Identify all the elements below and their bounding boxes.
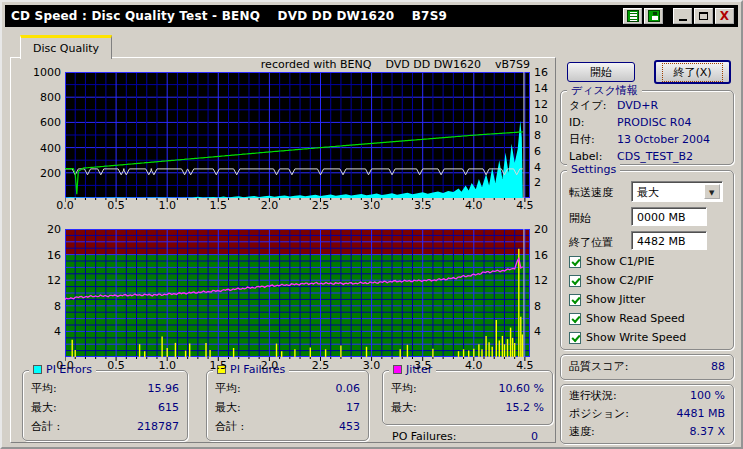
max-label: 最大: bbox=[31, 398, 57, 417]
axis-tick-label: 12 bbox=[534, 274, 558, 287]
axis-tick-label: 4.5 bbox=[511, 199, 539, 212]
checkbox-label: Show C1/PIE bbox=[586, 255, 654, 268]
titlebar: CD Speed : Disc Quality Test - BENQ DVD … bbox=[5, 5, 738, 27]
avg-label: 平均: bbox=[215, 379, 241, 398]
position-label: ポジション: bbox=[569, 405, 629, 423]
speed-value: 8.37 X bbox=[689, 423, 725, 441]
max-value: 17 bbox=[346, 398, 360, 417]
max-value: 15.2 % bbox=[506, 398, 544, 417]
axis-tick-label: 400 bbox=[19, 142, 61, 155]
disc-label-value: CDS_TEST_B2 bbox=[617, 148, 693, 165]
axis-tick-label: 8 bbox=[534, 129, 558, 142]
axis-tick-label: 1000 bbox=[19, 66, 61, 79]
max-label: 最大: bbox=[391, 398, 417, 417]
axis-tick-label: 200 bbox=[19, 167, 61, 180]
po-failures-row: PO Failures: 0 bbox=[384, 427, 546, 446]
total-label: 合計 : bbox=[31, 417, 60, 436]
maximize-button[interactable] bbox=[694, 8, 713, 24]
start-button[interactable]: 開始 bbox=[567, 62, 635, 82]
checkbox-show-jitter[interactable]: Show Jitter bbox=[569, 293, 645, 306]
axis-tick-label: 10 bbox=[534, 113, 558, 126]
avg-value: 15.96 bbox=[148, 379, 180, 398]
end-position-value: 4482 MB bbox=[637, 235, 686, 248]
close-icon: X bbox=[720, 10, 729, 22]
axis-tick-label: 600 bbox=[19, 116, 61, 129]
window-title: CD Speed : Disc Quality Test - BENQ DVD … bbox=[11, 9, 447, 23]
pi-errors-box: PI Errors 平均:15.96 最大:615 合計 :218787 bbox=[22, 370, 188, 441]
floppy-save-icon bbox=[648, 10, 660, 22]
axis-tick-label: 2 bbox=[534, 176, 558, 189]
axis-tick-label: 0.5 bbox=[102, 199, 130, 212]
axis-tick-label: 6 bbox=[534, 145, 558, 158]
chart-header: recorded with BENQ DVD DD DW1620 vB7S9 bbox=[202, 58, 530, 71]
checkbox-show-c2-pif[interactable]: Show C2/PIF bbox=[569, 274, 654, 287]
close-button[interactable]: X bbox=[715, 8, 734, 24]
checkbox-label: Show Write Speed bbox=[586, 331, 686, 344]
checked-checkbox-icon bbox=[569, 256, 581, 268]
report-button[interactable] bbox=[623, 8, 642, 24]
minimize-button[interactable] bbox=[673, 8, 692, 24]
po-failures-label: PO Failures: bbox=[392, 427, 456, 446]
po-failures-value: 0 bbox=[531, 427, 538, 446]
disc-type-value: DVD+R bbox=[617, 97, 658, 114]
max-value: 615 bbox=[158, 398, 179, 417]
speed-pi-error-chart bbox=[65, 72, 530, 203]
axis-tick-label: 2.5 bbox=[306, 199, 334, 212]
quality-score-box: 品質スコア:88 bbox=[560, 354, 734, 380]
axis-tick-label: 2.0 bbox=[255, 359, 283, 372]
disc-info-title: ディスク情報 bbox=[567, 83, 642, 98]
jitter-box: Jitter 平均:10.60 % 最大:15.2 % bbox=[382, 370, 553, 425]
axis-tick-label: 4.0 bbox=[460, 199, 488, 212]
maximize-icon bbox=[699, 12, 708, 20]
axis-tick-label: 0.0 bbox=[51, 199, 79, 212]
avg-label: 平均: bbox=[31, 379, 57, 398]
tab-disc-quality[interactable]: Disc Quality bbox=[20, 35, 112, 59]
position-value: 4481 MB bbox=[676, 405, 725, 423]
exit-button-label: 終了(X) bbox=[662, 63, 722, 82]
checkbox-show-write-speed[interactable]: Show Write Speed bbox=[569, 331, 686, 344]
axis-tick-label: 20 bbox=[534, 223, 558, 236]
end-position-field[interactable]: 4482 MB bbox=[631, 231, 707, 250]
avg-label: 平均: bbox=[391, 379, 417, 398]
max-label: 最大: bbox=[215, 398, 241, 417]
axis-tick-label: 0.0 bbox=[51, 359, 79, 372]
axis-tick-label: 2.5 bbox=[306, 359, 334, 372]
total-value: 453 bbox=[339, 417, 360, 436]
checked-checkbox-icon bbox=[569, 313, 581, 325]
settings-box: Settings 転送速度 最大 開始 0000 MB 終了位置 4482 MB… bbox=[560, 170, 734, 350]
checkbox-show-read-speed[interactable]: Show Read Speed bbox=[569, 312, 685, 325]
save-button[interactable] bbox=[644, 8, 663, 24]
exit-button[interactable]: 終了(X) bbox=[654, 60, 731, 84]
axis-tick-label: 4 bbox=[534, 325, 558, 338]
axis-tick-label: 3.0 bbox=[358, 359, 386, 372]
disc-id-label: ID: bbox=[569, 114, 617, 131]
tab-label: Disc Quality bbox=[33, 42, 99, 55]
axis-tick-label: 4.0 bbox=[460, 359, 488, 372]
total-label: 合計 : bbox=[215, 417, 244, 436]
checkbox-label: Show C2/PIF bbox=[586, 274, 654, 287]
titlebar-buttons: X bbox=[623, 8, 734, 24]
avg-value: 10.60 % bbox=[499, 379, 544, 398]
axis-tick-label: 3.5 bbox=[409, 359, 437, 372]
jitter-swatch-icon bbox=[393, 365, 402, 374]
quality-score-value: 88 bbox=[711, 355, 725, 379]
axis-tick-label: 1.5 bbox=[204, 359, 232, 372]
chevron-down-icon[interactable] bbox=[704, 184, 720, 199]
checked-checkbox-icon bbox=[569, 275, 581, 287]
speed-label: 速度: bbox=[569, 423, 595, 441]
progress-value: 100 % bbox=[690, 387, 725, 405]
axis-tick-label: 8 bbox=[534, 300, 558, 313]
settings-title: Settings bbox=[567, 163, 620, 176]
checked-checkbox-icon bbox=[569, 294, 581, 306]
pi-failures-box: PI Failures 平均:0.06 最大:17 合計 :453 bbox=[206, 370, 369, 441]
axis-tick-label: 4.5 bbox=[511, 359, 539, 372]
axis-tick-label: 800 bbox=[19, 91, 61, 104]
axis-tick-label: 12 bbox=[19, 274, 61, 287]
checkbox-label: Show Jitter bbox=[586, 293, 645, 306]
axis-tick-label: 4 bbox=[534, 161, 558, 174]
transfer-speed-select[interactable]: 最大 bbox=[631, 181, 723, 202]
transfer-speed-label: 転送速度 bbox=[569, 185, 613, 200]
start-position-field[interactable]: 0000 MB bbox=[631, 207, 707, 226]
transfer-speed-value: 最大 bbox=[637, 186, 659, 199]
checkbox-show-c1-pie[interactable]: Show C1/PIE bbox=[569, 255, 654, 268]
